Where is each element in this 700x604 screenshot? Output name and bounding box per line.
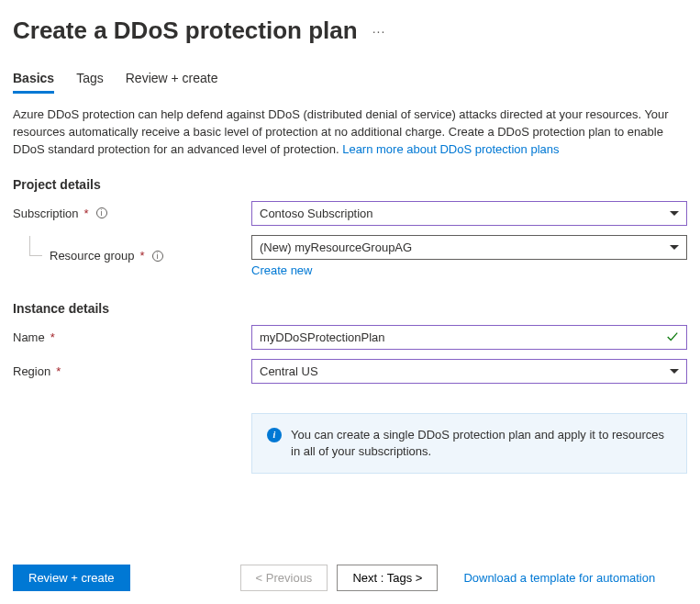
region-value: Central US bbox=[260, 364, 318, 378]
required-asterisk: * bbox=[140, 249, 145, 263]
name-label: Name * bbox=[13, 330, 251, 344]
footer-bar: Review + create < Previous Next : Tags >… bbox=[13, 565, 687, 591]
required-asterisk: * bbox=[84, 207, 89, 220]
required-asterisk: * bbox=[56, 364, 61, 378]
tabs: Basics Tags Review + create bbox=[13, 71, 687, 94]
review-create-button[interactable]: Review + create bbox=[13, 565, 130, 591]
required-asterisk: * bbox=[50, 330, 55, 344]
info-icon[interactable]: i bbox=[152, 251, 163, 262]
region-dropdown[interactable]: Central US bbox=[251, 359, 687, 384]
region-label: Region * bbox=[13, 364, 251, 378]
chevron-down-icon bbox=[670, 245, 679, 250]
project-details-heading: Project details bbox=[13, 177, 687, 192]
instance-details-heading: Instance details bbox=[13, 301, 687, 316]
page-title: Create a DDoS protection plan bbox=[13, 17, 358, 45]
resource-group-label: Resource group * i bbox=[13, 249, 251, 263]
intro-text: Azure DDoS protection can help defend ag… bbox=[13, 106, 687, 159]
tab-basics[interactable]: Basics bbox=[13, 71, 54, 94]
subscription-value: Contoso Subscription bbox=[260, 207, 373, 220]
chevron-down-icon bbox=[670, 211, 679, 216]
intro-body: Azure DDoS protection can help defend ag… bbox=[13, 107, 669, 156]
info-callout-text: You can create a single DDoS protection … bbox=[291, 427, 672, 460]
tab-review[interactable]: Review + create bbox=[126, 71, 218, 94]
name-value: myDDoSProtectionPlan bbox=[260, 330, 385, 344]
learn-more-link[interactable]: Learn more about DDoS protection plans bbox=[342, 142, 559, 156]
more-icon[interactable]: ··· bbox=[372, 24, 386, 39]
previous-button: < Previous bbox=[240, 565, 328, 591]
subscription-label: Subscription * i bbox=[13, 207, 251, 220]
create-new-link[interactable]: Create new bbox=[251, 263, 312, 277]
resource-group-dropdown[interactable]: (New) myResourceGroupAG bbox=[251, 235, 687, 260]
download-template-link[interactable]: Download a template for automation bbox=[463, 571, 655, 585]
tab-tags[interactable]: Tags bbox=[76, 71, 104, 94]
info-callout: i You can create a single DDoS protectio… bbox=[251, 413, 687, 474]
chevron-down-icon bbox=[670, 369, 679, 374]
checkmark-icon bbox=[666, 330, 679, 343]
next-button[interactable]: Next : Tags > bbox=[337, 565, 438, 591]
tree-connector bbox=[29, 236, 42, 256]
resource-group-value: (New) myResourceGroupAG bbox=[260, 240, 412, 254]
info-icon[interactable]: i bbox=[96, 207, 107, 218]
info-circle-icon: i bbox=[267, 428, 282, 442]
name-input[interactable]: myDDoSProtectionPlan bbox=[251, 325, 687, 350]
subscription-dropdown[interactable]: Contoso Subscription bbox=[251, 201, 687, 226]
